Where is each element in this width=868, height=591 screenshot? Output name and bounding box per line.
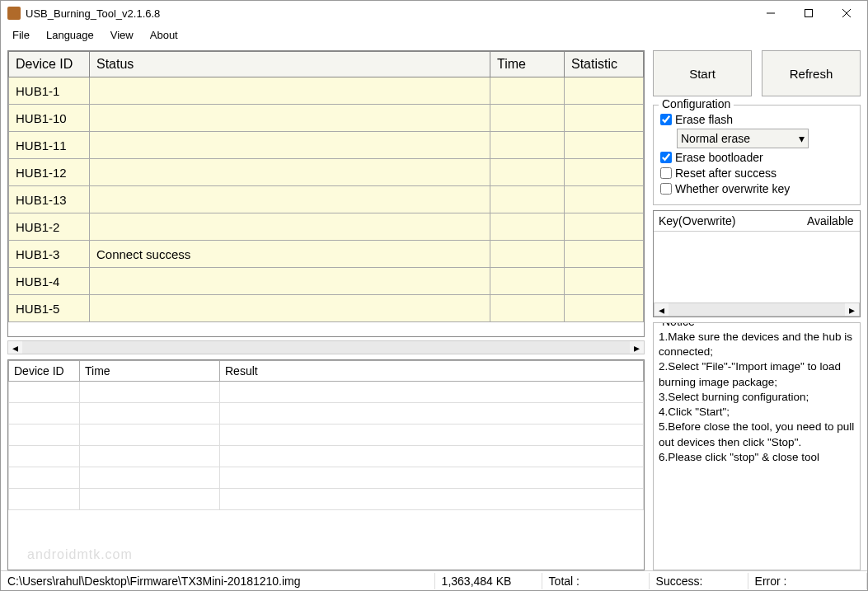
device-table: Device ID Status Time Statistic HUB1-1HU… bbox=[7, 50, 645, 337]
table-row bbox=[9, 382, 644, 403]
table-row[interactable]: HUB1-12 bbox=[9, 159, 644, 186]
maximize-button[interactable] bbox=[790, 1, 828, 26]
erase-bootloader-label: Erase bootloader bbox=[675, 151, 763, 164]
overwrite-key-checkbox[interactable] bbox=[660, 183, 672, 195]
cell-statistic bbox=[565, 77, 644, 105]
configuration-legend: Configuration bbox=[659, 97, 734, 110]
chevron-down-icon: ▾ bbox=[799, 132, 805, 145]
cell-device-id: HUB1-5 bbox=[9, 295, 90, 322]
overwrite-key-label: Whether overwrite key bbox=[675, 182, 790, 195]
erase-mode-select[interactable]: Normal erase▾ bbox=[677, 129, 809, 148]
table-row[interactable]: HUB1-3Connect success bbox=[9, 241, 644, 268]
cell-time bbox=[490, 213, 565, 241]
cell-statistic bbox=[565, 213, 644, 241]
status-size: 1,363,484 KB bbox=[435, 573, 542, 589]
menu-view[interactable]: View bbox=[104, 27, 140, 43]
cell-statistic bbox=[565, 132, 644, 159]
cell-device-id: HUB1-1 bbox=[9, 77, 90, 105]
table-row[interactable]: HUB1-4 bbox=[9, 268, 644, 295]
reset-after-label: Reset after success bbox=[675, 167, 777, 180]
cell-device-id: HUB1-11 bbox=[9, 132, 90, 159]
cell-time bbox=[490, 132, 565, 159]
cell-device-id: HUB1-4 bbox=[9, 268, 90, 295]
cell-statistic bbox=[565, 295, 644, 322]
notice-group: Notice 1.Make sure the devices and the h… bbox=[653, 322, 861, 570]
cell-time bbox=[490, 159, 565, 186]
table-row[interactable]: HUB1-1 bbox=[9, 77, 644, 105]
cell-time bbox=[490, 295, 565, 322]
menu-file[interactable]: File bbox=[6, 27, 36, 43]
cell-status bbox=[90, 105, 490, 132]
table-row[interactable]: HUB1-5 bbox=[9, 295, 644, 322]
table-row bbox=[9, 403, 644, 424]
cell-status: Connect success bbox=[90, 241, 490, 268]
col-statistic[interactable]: Statistic bbox=[565, 52, 644, 77]
erase-bootloader-checkbox[interactable] bbox=[660, 152, 672, 163]
close-button[interactable] bbox=[828, 1, 866, 26]
status-path: C:\Users\rahul\Desktop\Firmware\TX3Mini-… bbox=[1, 573, 435, 589]
table-row bbox=[9, 467, 644, 489]
window-title: USB_Burning_Tool_v2.1.6.8 bbox=[26, 7, 752, 20]
table-row[interactable]: HUB1-10 bbox=[9, 105, 644, 132]
cell-time bbox=[490, 186, 565, 213]
scroll-track[interactable] bbox=[669, 303, 845, 316]
erase-flash-label: Erase flash bbox=[675, 113, 733, 126]
cell-status bbox=[90, 213, 490, 241]
cell-device-id: HUB1-2 bbox=[9, 213, 90, 241]
table-row[interactable]: HUB1-13 bbox=[9, 186, 644, 213]
cell-statistic bbox=[565, 105, 644, 132]
key-col-overwrite[interactable]: Key(Overwrite) bbox=[654, 211, 802, 231]
col-status[interactable]: Status bbox=[90, 52, 490, 77]
cell-statistic bbox=[565, 159, 644, 186]
col-time[interactable]: Time bbox=[490, 52, 565, 77]
scroll-left-icon[interactable]: ◂ bbox=[655, 303, 669, 317]
cell-time bbox=[490, 77, 565, 105]
cell-status bbox=[90, 132, 490, 159]
table-row bbox=[9, 424, 644, 446]
app-icon bbox=[7, 7, 21, 20]
refresh-button[interactable]: Refresh bbox=[762, 50, 861, 96]
status-total: Total : bbox=[542, 573, 650, 589]
table-row[interactable]: HUB1-11 bbox=[9, 132, 644, 159]
minimize-button[interactable] bbox=[752, 1, 790, 26]
cell-status bbox=[90, 268, 490, 295]
reset-after-checkbox[interactable] bbox=[660, 167, 672, 179]
cell-device-id: HUB1-3 bbox=[9, 241, 90, 268]
status-error: Error : bbox=[748, 573, 867, 589]
key-table: Key(Overwrite) Available ◂ ▸ bbox=[653, 210, 861, 317]
scroll-right-icon[interactable]: ▸ bbox=[845, 303, 859, 317]
notice-legend: Notice bbox=[659, 322, 698, 328]
start-button[interactable]: Start bbox=[653, 50, 752, 96]
notice-text: 1.Make sure the devices and the hub is c… bbox=[659, 328, 855, 465]
col-device-id[interactable]: Device ID bbox=[9, 52, 90, 77]
key-col-available[interactable]: Available bbox=[802, 211, 860, 231]
cell-statistic bbox=[565, 186, 644, 213]
table-row bbox=[9, 489, 644, 510]
cell-time bbox=[490, 241, 565, 268]
cell-time bbox=[490, 268, 565, 295]
result-table: Device ID Time Result bbox=[7, 359, 645, 570]
result-col-time[interactable]: Time bbox=[80, 361, 220, 382]
menu-language[interactable]: Language bbox=[40, 27, 101, 43]
result-col-result[interactable]: Result bbox=[220, 361, 644, 382]
configuration-group: Configuration Erase flash Normal erase▾ … bbox=[653, 105, 861, 205]
menubar: File Language View About bbox=[1, 26, 867, 44]
horizontal-scrollbar[interactable]: ◂ ▸ bbox=[7, 340, 645, 354]
cell-device-id: HUB1-12 bbox=[9, 159, 90, 186]
scroll-right-icon[interactable]: ▸ bbox=[630, 341, 644, 354]
statusbar: C:\Users\rahul\Desktop\Firmware\TX3Mini-… bbox=[1, 570, 867, 590]
cell-status bbox=[90, 295, 490, 322]
menu-about[interactable]: About bbox=[143, 27, 185, 43]
titlebar: USB_Burning_Tool_v2.1.6.8 bbox=[1, 1, 867, 26]
erase-flash-checkbox[interactable] bbox=[660, 114, 672, 125]
cell-status bbox=[90, 77, 490, 105]
key-horizontal-scrollbar[interactable]: ◂ ▸ bbox=[654, 303, 860, 317]
cell-status bbox=[90, 186, 490, 213]
scroll-left-icon[interactable]: ◂ bbox=[8, 341, 22, 354]
svg-rect-1 bbox=[805, 10, 813, 17]
status-success: Success: bbox=[650, 573, 748, 589]
result-col-device-id[interactable]: Device ID bbox=[9, 361, 80, 382]
table-row[interactable]: HUB1-2 bbox=[9, 213, 644, 241]
cell-statistic bbox=[565, 268, 644, 295]
scroll-track[interactable] bbox=[22, 341, 630, 354]
